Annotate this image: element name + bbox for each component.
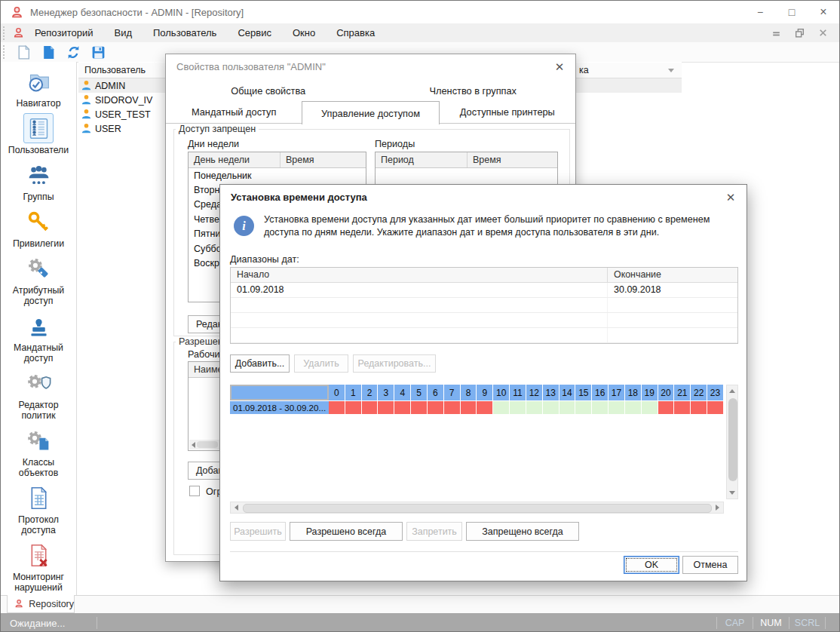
time-cell-12-allowed[interactable] [526,401,543,414]
time-cell-7-denied[interactable] [444,401,461,414]
user-column-header[interactable]: Пользователь [84,65,146,75]
hour-header-cell-9[interactable]: 9 [477,385,493,400]
horizontal-scrollbar[interactable] [230,502,724,514]
time-cell-17-allowed[interactable] [609,401,625,414]
hour-header-cell-10[interactable]: 10 [493,385,510,400]
scroll-left-icon[interactable] [192,442,195,448]
menu-item-0[interactable]: Репозиторий [24,23,103,42]
time-cell-0-denied[interactable] [329,401,345,414]
mdi-restore-icon[interactable] [794,27,805,38]
sidebar-item-9[interactable]: Мониторинг нарушений защиты [4,540,73,595]
time-cell-4-denied[interactable] [394,401,411,414]
menu-item-1[interactable]: Вид [103,23,143,42]
hour-header-cell-13[interactable]: 13 [543,385,559,400]
menu-item-3[interactable]: Сервис [227,23,282,42]
sidebar-item-0[interactable]: Навигатор [4,66,73,109]
time-cell-15-allowed[interactable] [575,401,592,414]
tab-group-membership[interactable]: Членство в группах [371,80,576,101]
hour-header-cell-19[interactable]: 19 [642,385,658,400]
mdi-minimize-icon[interactable] [771,27,782,38]
header-dropdown-icon[interactable] [668,69,674,72]
start-column-header[interactable]: Начало [231,268,608,282]
time-cell-11-allowed[interactable] [510,401,526,414]
time-cell-21-denied[interactable] [674,401,691,414]
time-grid-corner-cell[interactable] [230,385,329,400]
time-cell-6-denied[interactable] [428,401,444,414]
empty-range-row[interactable] [231,298,737,313]
time-column-header[interactable]: Время [281,152,366,167]
hour-header-cell-5[interactable]: 5 [411,385,428,400]
empty-range-row[interactable] [231,328,737,343]
empty-range-row[interactable] [231,313,737,328]
time-cell-9-denied[interactable] [477,401,493,414]
scrollbar-thumb[interactable] [197,441,218,448]
cancel-button[interactable]: Отмена [682,556,738,574]
scrollbar-thumb[interactable] [243,504,712,513]
time-cell-1-denied[interactable] [345,401,362,414]
tab-repository[interactable]: Repository [7,595,75,613]
hour-header-cell-15[interactable]: 15 [575,385,592,400]
time-cell-18-allowed[interactable] [625,401,642,414]
time-cell-10-allowed[interactable] [493,401,510,414]
vertical-scrollbar[interactable] [726,385,738,499]
hour-header-cell-7[interactable]: 7 [444,385,461,400]
scroll-up-icon[interactable] [727,385,737,397]
menu-item-4[interactable]: Окно [282,23,326,42]
hour-header-cell-1[interactable]: 1 [345,385,362,400]
sidebar-item-8[interactable]: Протокол доступа [4,483,73,535]
close-icon[interactable]: ✕ [722,190,739,205]
close-icon[interactable]: ✕ [551,60,568,75]
hour-header-cell-16[interactable]: 16 [592,385,609,400]
date-range-row-0[interactable]: 01.09.201830.09.2018 [231,283,737,298]
tab-available-printers[interactable]: Доступные принтеры [440,101,575,123]
hour-header-cell-14[interactable]: 14 [559,385,576,400]
time-cell-8-denied[interactable] [461,401,477,414]
tab-general-properties[interactable]: Общие свойства [166,80,371,101]
scroll-down-icon[interactable] [727,487,737,499]
time-cell-2-denied[interactable] [362,401,379,414]
time-cell-20-denied[interactable] [658,401,675,414]
tab-access-control[interactable]: Управление доступом [302,101,439,124]
hour-header-cell-18[interactable]: 18 [625,385,642,400]
sidebar-item-2[interactable]: Группы [4,160,73,202]
end-column-header[interactable]: Окончание [608,268,737,282]
hour-header-cell-0[interactable]: 0 [329,385,345,400]
new-document-icon[interactable] [16,44,32,60]
save-icon[interactable] [90,44,106,60]
hour-header-cell-22[interactable]: 22 [691,385,707,400]
hour-header-cell-3[interactable]: 3 [378,385,394,400]
hour-header-cell-12[interactable]: 12 [526,385,543,400]
add-range-button[interactable]: Добавить... [230,354,290,373]
scroll-right-icon[interactable] [712,502,723,513]
document-icon[interactable] [41,44,57,60]
sidebar-item-1[interactable]: Пользователи [4,113,73,155]
sidebar-item-6[interactable]: Редактор политик [4,368,73,421]
mdi-close-icon[interactable] [817,27,829,38]
minimize-icon[interactable]: − [744,1,776,23]
time-cell-16-allowed[interactable] [592,401,609,414]
hour-header-cell-17[interactable]: 17 [609,385,625,400]
refresh-icon[interactable] [66,44,81,60]
time-cell-23-denied[interactable] [707,401,724,414]
maximize-icon[interactable]: □ [776,1,808,23]
partial-column-header[interactable]: ка [578,63,682,78]
hour-header-cell-11[interactable]: 11 [510,385,526,400]
weekday-row-0[interactable]: Понедельник [189,168,366,183]
close-icon[interactable]: × [808,1,839,23]
hour-header-cell-21[interactable]: 21 [674,385,691,400]
restrict-checkbox[interactable] [189,486,200,496]
ok-button[interactable]: OK [624,556,679,574]
allow-always-button[interactable]: Разрешено всегда [290,522,403,541]
sidebar-item-7[interactable]: Классы объектов [4,425,73,478]
hour-header-cell-2[interactable]: 2 [362,385,379,400]
time-cell-13-allowed[interactable] [543,401,559,414]
deny-always-button[interactable]: Запрещено всегда [466,522,579,541]
hour-header-cell-23[interactable]: 23 [707,385,724,400]
weekday-column-header[interactable]: День недели [189,152,281,167]
hour-header-cell-4[interactable]: 4 [394,385,411,400]
hour-header-cell-6[interactable]: 6 [428,385,444,400]
time-cell-22-denied[interactable] [691,401,707,414]
hour-header-cell-8[interactable]: 8 [461,385,477,400]
tab-mandatory-access[interactable]: Мандатный доступ [166,101,302,123]
scrollbar-thumb[interactable] [728,398,737,481]
